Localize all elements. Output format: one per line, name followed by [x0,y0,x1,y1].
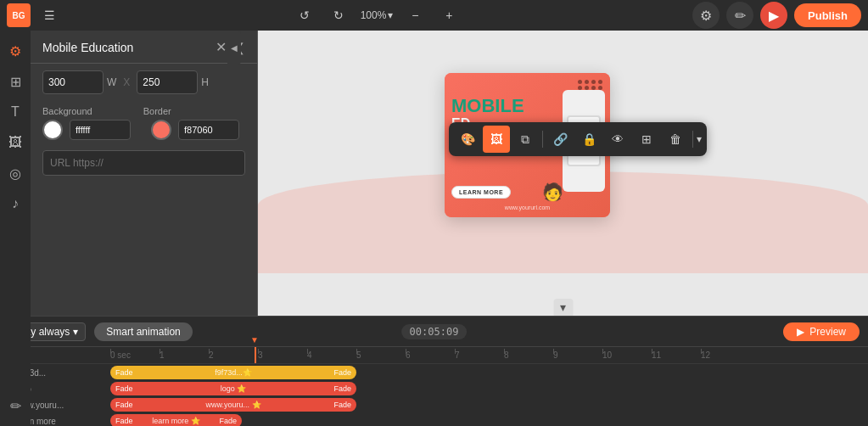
tick-11: 11 [652,350,701,360]
chevron-down-icon: ▾ [388,9,393,21]
smart-animation-button[interactable]: Smart animation [94,322,192,341]
share-button[interactable]: ✏ [726,2,753,29]
tick-9: 9 [553,350,602,360]
toolbar-color-button[interactable]: 🎨 [454,126,481,153]
url-section [31,145,257,181]
panel-title: Mobile Education [42,41,133,54]
zoom-out-button[interactable]: − [403,3,427,27]
tick-10: 10 [602,350,652,360]
properties-panel: Mobile Education ✕ ❮ W X H Background Bo… [31,31,258,316]
tick-3: 3 [258,350,307,360]
tick-4: 4 [307,350,356,360]
track-4-bar[interactable]: Fade learn more ⭐ Fade [110,414,242,426]
sidebar-item-layers[interactable]: ◎ [2,160,29,187]
tick-7: 7 [455,350,504,360]
track-1-fade-left: Fade [115,368,133,377]
toolbar-layers-button[interactable]: ⧉ [512,126,539,153]
track-3-fade-left: Fade [115,401,133,409]
banner-url: www.yoururl.com [445,205,610,210]
track-1: f9f73d... Fade f9f73d...⭐ Fade [0,365,868,380]
banner-person: 🧑 [542,182,563,202]
width-group: W [42,70,116,94]
toolbar-image-button[interactable]: 🖼 [483,126,510,153]
panel-collapse-button[interactable]: ◀ [227,31,241,64]
panel-header: Mobile Education ✕ ❮ [31,31,257,64]
preview-button[interactable]: ▶ Preview [783,322,860,341]
timeline-tracks: f9f73d... Fade f9f73d...⭐ Fade logo Fade… [0,364,868,426]
float-toolbar: 🎨 🖼 ⧉ 🔗 🔒 👁 ⊞ 🗑 ▾ [449,122,707,156]
topbar-left: BG ☰ [7,3,61,27]
timeline-ruler: 0 sec 1 2 3 4 5 6 7 8 9 10 11 12 [0,347,868,364]
url-input[interactable] [42,150,245,176]
track-2-fade-right: Fade [333,384,351,393]
sidebar-item-audio[interactable]: ♪ [2,190,29,217]
track-4-fade-left: Fade [115,417,133,425]
toolbar-delete-button[interactable]: 🗑 [662,126,689,153]
track-4: learn more Fade learn more ⭐ Fade [0,413,868,426]
canvas-content: LOGO MOBILE ED 🧑 LEARN MORE www.yoururl.… [258,31,868,316]
track-1-fade-right: Fade [333,368,351,377]
preview-play-icon: ▶ [797,326,804,338]
dimension-separator: X [123,76,130,88]
banner-mobile-text: MOBILE [451,97,524,115]
tick-0: 0 sec [110,350,160,360]
sidebar-item-elements[interactable]: ⊞ [2,68,29,95]
color-labels: Background Border [42,106,245,116]
track-3-content: www.youru... ⭐ [205,401,260,409]
sidebar-item-settings[interactable]: ⚙ [2,37,29,64]
tick-8: 8 [504,350,553,360]
track-4-fade-right: Fade [219,417,237,425]
toolbar-more-button[interactable]: ▾ [697,133,702,145]
sidebar-item-media[interactable]: 🖼 [2,129,29,156]
time-display: 00:05:09 [401,324,468,339]
playhead[interactable] [255,347,256,363]
border-color-swatch[interactable] [151,120,171,140]
zoom-select[interactable]: 100% ▾ [361,9,394,21]
timeline-controls: Play always ▾ Smart animation 00:05:09 ▶… [0,317,868,347]
tick-12: 12 [701,350,750,360]
toolbar-link-button[interactable]: 🔗 [546,126,574,153]
height-group: H [137,70,209,94]
bg-label: Background [42,106,92,116]
save-button[interactable]: ▶ [760,2,787,29]
play-mode-chevron: ▾ [73,326,78,338]
track-3: www.youru... Fade www.youru... ⭐ Fade [0,397,868,412]
track-1-bar[interactable]: Fade f9f73d...⭐ Fade [110,366,356,379]
banner-learn-more[interactable]: LEARN MORE [451,186,511,199]
panel-close-button[interactable]: ✕ [216,41,227,54]
width-input[interactable] [42,70,104,94]
track-2-bar[interactable]: Fade logo ⭐ Fade [110,382,356,395]
track-2-content: logo ⭐ [221,384,247,393]
track-4-content: learn more ⭐ [152,417,200,425]
menu-button[interactable]: ☰ [37,3,61,27]
zoom-in-button[interactable]: + [437,3,461,27]
toolbar-lock-button[interactable]: 🔒 [575,126,602,153]
height-input[interactable] [137,70,198,94]
timeline-toggle[interactable]: ▾ [553,299,573,316]
track-1-content: f9f73d...⭐ [215,368,252,377]
settings-button[interactable]: ⚙ [692,2,720,29]
undo-button[interactable]: ↺ [293,3,316,27]
topbar-right: ⚙ ✏ ▶ Publish [692,2,861,29]
bg-color-swatch[interactable] [42,120,63,140]
tick-5: 5 [356,350,406,360]
tick-1: 1 [160,350,209,360]
bg-color-input[interactable] [70,120,131,140]
redo-button[interactable]: ↻ [327,3,350,27]
canvas-area: LOGO MOBILE ED 🧑 LEARN MORE www.yoururl.… [258,31,868,316]
toolbar-clone-button[interactable]: ⊞ [633,126,660,153]
track-2-fade-left: Fade [115,384,133,393]
tick-6: 6 [406,350,455,360]
toolbar-divider-2 [692,131,693,148]
publish-button[interactable]: Publish [794,3,861,27]
app-logo: BG [7,3,31,27]
sidebar-item-text[interactable]: T [2,98,29,126]
toolbar-visibility-button[interactable]: 👁 [604,126,631,153]
sidebar-item-pen[interactable]: ✏ [2,392,29,419]
track-3-bar[interactable]: Fade www.youru... ⭐ Fade [110,398,356,412]
tick-2: 2 [209,350,258,360]
height-label: H [201,76,209,88]
topbar: BG ☰ ↺ ↻ 100% ▾ − + ⚙ ✏ ▶ Publish [0,0,868,31]
toolbar-divider-1 [542,131,543,148]
border-color-input[interactable] [178,120,239,140]
